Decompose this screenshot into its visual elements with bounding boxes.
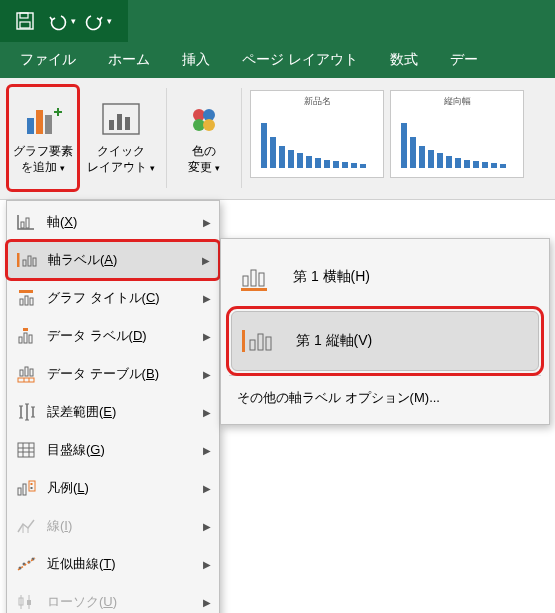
axes-icon xyxy=(15,211,37,233)
primary-vertical-axis-item[interactable]: 第 1 縦軸(V) xyxy=(231,311,539,371)
chart-styles-gallery: 新品名 縦向幅 xyxy=(250,84,524,178)
primary-horizontal-axis-item[interactable]: 第 1 横軸(H) xyxy=(221,247,549,307)
redo-icon xyxy=(83,11,105,31)
svg-rect-67 xyxy=(251,270,256,286)
change-colors-button[interactable]: 色の変更 ▾ xyxy=(175,84,233,192)
menu-item-legend[interactable]: 凡例(L)▶ xyxy=(7,469,219,507)
submenu-arrow-icon: ▶ xyxy=(203,293,211,304)
titlebar-spacer xyxy=(128,0,555,42)
add-chart-element-button[interactable]: グラフ要素を追加 ▾ xyxy=(6,84,80,192)
menu-item-axes[interactable]: 軸(X)▶ xyxy=(7,203,219,241)
more-axis-label-options-item[interactable]: その他の軸ラベル オプション(M)... xyxy=(221,380,549,416)
menu-item-data-table[interactable]: データ テーブル(B)▶ xyxy=(7,355,219,393)
menu-item-label: グラフ タイトル(C) xyxy=(47,289,193,307)
chart-style-thumbnail[interactable]: 縦向幅 xyxy=(390,90,524,178)
svg-rect-33 xyxy=(18,378,34,382)
undo-icon xyxy=(47,11,69,31)
svg-rect-54 xyxy=(31,487,33,489)
data-table-icon xyxy=(15,363,37,385)
tab-page-layout[interactable]: ページ レイアウト xyxy=(242,51,358,69)
ribbon-label: クイックレイアウト ▾ xyxy=(87,144,155,175)
svg-rect-16 xyxy=(21,222,24,228)
trendline-icon xyxy=(15,553,37,575)
menubar: ファイル ホーム 挿入 ページ レイアウト 数式 デー xyxy=(0,42,555,78)
menu-item-label: 軸ラベル(A) xyxy=(48,251,192,269)
menu-item-axis-label[interactable]: 軸ラベル(A)▶ xyxy=(7,241,219,279)
chart-style-thumbnail[interactable]: 新品名 xyxy=(250,90,384,178)
tab-insert[interactable]: 挿入 xyxy=(182,51,210,69)
chart-element-dropdown: 軸(X)▶軸ラベル(A)▶グラフ タイトル(C)▶データ ラベル(D)▶データ … xyxy=(6,200,220,613)
gridlines-icon xyxy=(15,439,37,461)
submenu-arrow-icon: ▶ xyxy=(203,559,211,570)
quick-layout-button[interactable]: クイックレイアウト ▾ xyxy=(84,84,158,192)
tab-file[interactable]: ファイル xyxy=(20,51,76,69)
menu-item-label: 目盛線(G) xyxy=(47,441,193,459)
menu-item-chart-title[interactable]: グラフ タイトル(C)▶ xyxy=(7,279,219,317)
submenu-arrow-icon: ▶ xyxy=(202,255,210,266)
svg-rect-1 xyxy=(20,13,28,18)
svg-rect-26 xyxy=(19,337,22,343)
bar-chart-icon xyxy=(255,112,379,168)
svg-rect-5 xyxy=(45,115,52,134)
svg-rect-10 xyxy=(117,114,122,130)
svg-rect-69 xyxy=(241,288,267,291)
submenu-arrow-icon: ▶ xyxy=(203,597,211,608)
svg-rect-70 xyxy=(242,330,245,352)
svg-rect-51 xyxy=(23,484,26,495)
svg-rect-17 xyxy=(26,218,29,228)
redo-button[interactable]: ▾ xyxy=(80,4,114,38)
menu-item-gridlines[interactable]: 目盛線(G)▶ xyxy=(7,431,219,469)
tab-formulas[interactable]: 数式 xyxy=(390,51,418,69)
svg-point-15 xyxy=(203,119,215,131)
svg-rect-2 xyxy=(20,22,30,28)
menu-item-trendline[interactable]: 近似曲線(T)▶ xyxy=(7,545,219,583)
svg-rect-11 xyxy=(125,117,130,130)
thumbnail-title: 新品名 xyxy=(304,95,331,108)
horizontal-axis-icon xyxy=(237,261,275,293)
submenu-arrow-icon: ▶ xyxy=(203,217,211,228)
add-chart-element-icon xyxy=(21,100,65,140)
ribbon-separator xyxy=(241,88,242,188)
svg-rect-23 xyxy=(20,299,23,305)
thumbnail-title: 縦向幅 xyxy=(444,95,471,108)
tab-data[interactable]: デー xyxy=(450,51,478,69)
submenu-arrow-icon: ▶ xyxy=(203,407,211,418)
submenu-label: その他の軸ラベル オプション(M)... xyxy=(237,389,440,407)
axis-label-icon xyxy=(16,249,38,271)
svg-rect-24 xyxy=(25,296,28,305)
submenu-arrow-icon: ▶ xyxy=(203,445,211,456)
svg-rect-45 xyxy=(18,443,34,457)
submenu-arrow-icon: ▶ xyxy=(203,483,211,494)
submenu-label: 第 1 縦軸(V) xyxy=(296,332,372,350)
svg-rect-19 xyxy=(23,260,26,266)
svg-rect-53 xyxy=(31,483,33,485)
menu-item-label: データ テーブル(B) xyxy=(47,365,193,383)
data-label-icon xyxy=(15,325,37,347)
menu-item-label: 線(I) xyxy=(47,517,193,535)
ribbon: グラフ要素を追加 ▾ クイックレイアウト ▾ 色の変更 ▾ 新品名 縦向幅 xyxy=(0,78,555,200)
svg-rect-73 xyxy=(266,337,271,350)
svg-rect-0 xyxy=(17,13,33,29)
submenu-arrow-icon: ▶ xyxy=(203,369,211,380)
svg-rect-50 xyxy=(18,488,21,495)
menu-item-data-label[interactable]: データ ラベル(D)▶ xyxy=(7,317,219,355)
tab-home[interactable]: ホーム xyxy=(108,51,150,69)
error-bars-icon xyxy=(15,401,37,423)
ribbon-label: 色の変更 ▾ xyxy=(188,144,220,175)
svg-rect-66 xyxy=(243,276,248,286)
menu-item-updown-bars: ローソク(U)▶ xyxy=(7,583,219,613)
chart-title-icon xyxy=(15,287,37,309)
svg-rect-68 xyxy=(259,273,264,286)
svg-rect-30 xyxy=(20,370,23,376)
menu-item-error-bars[interactable]: 誤差範囲(E)▶ xyxy=(7,393,219,431)
svg-rect-25 xyxy=(30,298,33,305)
svg-rect-22 xyxy=(19,290,33,293)
updown-bars-icon xyxy=(15,591,37,613)
svg-rect-65 xyxy=(27,600,31,605)
undo-button[interactable]: ▾ xyxy=(44,4,78,38)
menu-item-label: 誤差範囲(E) xyxy=(47,403,193,421)
save-button[interactable] xyxy=(8,4,42,38)
change-colors-icon xyxy=(182,100,226,140)
svg-rect-31 xyxy=(25,367,28,376)
svg-rect-27 xyxy=(24,333,27,343)
